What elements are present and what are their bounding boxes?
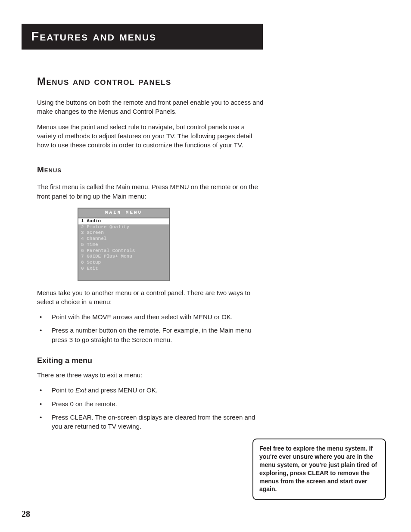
section-heading: Menus and Control Panels [37,75,265,87]
chapter-header: Features and Menus [22,24,263,50]
manual-page: Features and Menus Menus and Control Pan… [0,0,411,532]
menu-graphic-items: 1 Audio2 Picture Quality3 Screen4 Channe… [78,218,169,272]
main-menu-graphic: MAIN MENU 1 Audio2 Picture Quality3 Scre… [78,208,170,281]
menu-graphic-item: 1 Audio [78,218,169,224]
subsubsection-heading: Exiting a menu [37,356,265,365]
tip-callout: Feel free to explore the menu system. If… [252,439,386,500]
list-item-text: and press MENU or OK. [86,386,158,394]
list-item: Point with the MOVE arrows and then sele… [37,312,265,321]
select-methods-list: Point with the MOVE arrows and then sele… [37,312,265,344]
body-paragraph: Menus use the point and select rule to n… [37,122,265,150]
body-paragraph: Menus take you to another menu or a cont… [37,288,265,307]
menu-graphic-item: 5 Time [78,242,169,248]
menu-graphic-item: 0 Exit [78,266,169,272]
list-item: Point to Exit and press MENU or OK. [37,386,265,395]
list-item: Press CLEAR. The on-screen displays are … [37,413,265,431]
body-paragraph: The first menu is called the Main menu. … [37,182,265,201]
list-item-text: Point to [52,386,75,394]
menu-graphic-item: 8 Setup [78,260,169,266]
menu-graphic-item: 7 GUIDE Plus+ Menu [78,254,169,260]
chapter-title: Features and Menus [31,29,253,44]
menu-graphic-title: MAIN MENU [78,208,169,218]
subsection-heading: Menus [37,165,265,174]
list-item-emphasis: Exit [75,386,86,394]
body-paragraph: There are three ways to exit a menu: [37,370,265,380]
exit-methods-list: Point to Exit and press MENU or OK. Pres… [37,386,265,431]
menu-graphic-item: 2 Picture Quality [78,224,169,230]
menu-graphic-item: 4 Channel [78,236,169,242]
menu-graphic-spacer [78,272,169,280]
list-item: Press 0 on the remote. [37,399,265,408]
list-item: Press a number button on the remote. For… [37,326,265,344]
page-number: 28 [22,509,30,519]
menu-graphic-item: 3 Screen [78,230,169,236]
page-content: Menus and Control Panels Using the butto… [37,75,265,431]
body-paragraph: Using the buttons on both the remote and… [37,98,265,116]
menu-graphic-item: 6 Parental Controls [78,248,169,254]
